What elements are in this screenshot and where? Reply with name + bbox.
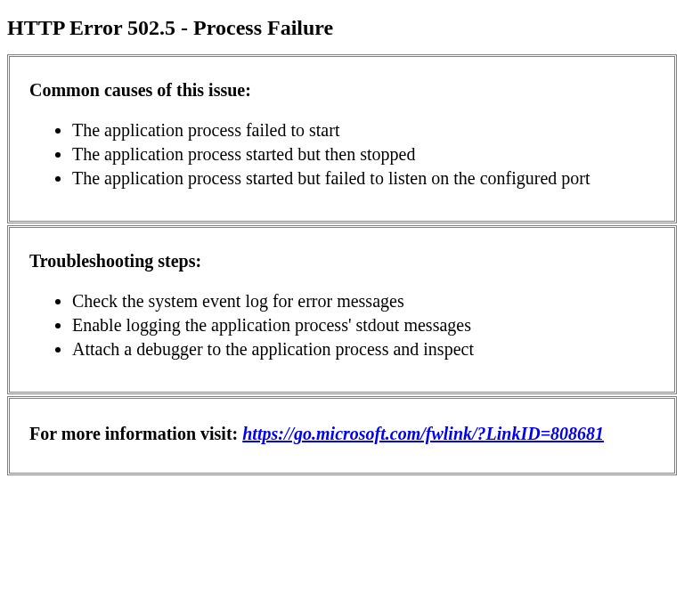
more-info-label: For more information visit: [29,424,242,443]
list-item: The application process started but fail… [72,166,655,190]
common-causes-panel: Common causes of this issue: The applica… [9,56,675,222]
more-info-link[interactable]: https://go.microsoft.com/fwlink/?LinkID=… [242,424,604,443]
list-item: The application process started but then… [72,142,655,166]
troubleshooting-panel: Troubleshooting steps: Check the system … [9,227,675,393]
list-item: Enable logging the application process' … [72,313,655,337]
troubleshooting-heading: Troubleshooting steps: [29,251,655,272]
common-causes-heading: Common causes of this issue: [29,80,655,101]
page-title: HTTP Error 502.5 - Process Failure [7,16,677,40]
troubleshooting-list: Check the system event log for error mes… [29,289,655,361]
list-item: The application process failed to start [72,118,655,142]
more-info-line: For more information visit: https://go.m… [29,422,655,446]
list-item: Check the system event log for error mes… [72,289,655,313]
list-item: Attach a debugger to the application pro… [72,337,655,361]
more-info-panel: For more information visit: https://go.m… [9,398,675,474]
common-causes-list: The application process failed to start … [29,118,655,190]
